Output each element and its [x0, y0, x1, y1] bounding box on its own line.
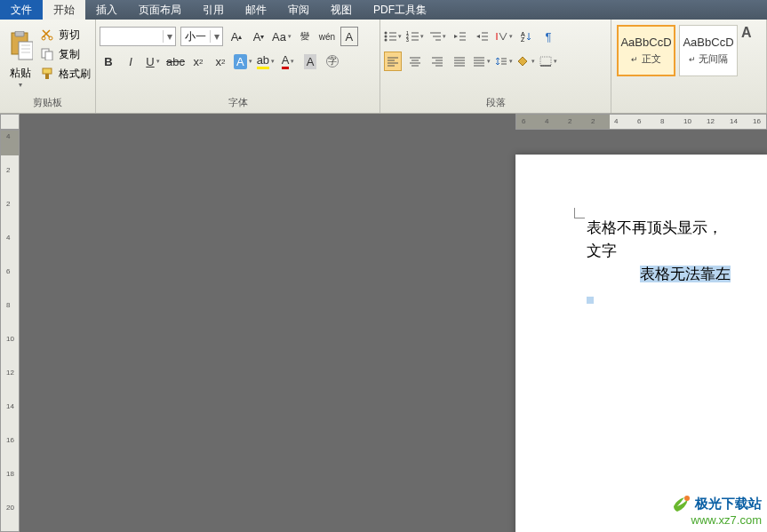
- cut-label: 剪切: [59, 28, 80, 43]
- style-no-spacing[interactable]: AaBbCcD ↵ 无间隔: [679, 25, 738, 76]
- group-paragraph: 123 AZ ¶ 段落: [380, 20, 611, 113]
- tab-view[interactable]: 视图: [320, 0, 363, 20]
- tab-layout[interactable]: 页面布局: [128, 0, 192, 20]
- svg-point-14: [385, 36, 387, 38]
- group-clipboard: 粘贴 ▾ 剪切 复制 格式刷 剪贴板: [0, 20, 96, 113]
- tab-file[interactable]: 文件: [0, 0, 43, 20]
- multilevel-button[interactable]: [428, 27, 446, 46]
- bold-button[interactable]: B: [100, 52, 117, 71]
- cut-button[interactable]: 剪切: [39, 27, 91, 43]
- document-area[interactable]: 表格不再顶头显示， 文字 表格无法靠左 极光下载站 www.xz7.com: [20, 130, 767, 532]
- highlight-button[interactable]: ab: [257, 52, 275, 71]
- svg-rect-9: [45, 52, 52, 60]
- doc-line-2: 文字: [587, 240, 767, 263]
- page[interactable]: 表格不再顶头显示， 文字 表格无法靠左: [515, 155, 767, 532]
- italic-button[interactable]: I: [122, 52, 140, 71]
- numbering-button[interactable]: 123: [406, 27, 424, 46]
- justify-button[interactable]: [451, 52, 468, 71]
- font-color-button[interactable]: A: [279, 52, 297, 71]
- workspace: 422468101214161820 表格不再顶头显示， 文字 表格无法靠左 极…: [0, 130, 767, 532]
- shrink-font-button[interactable]: A▾: [250, 27, 268, 46]
- phonetic-button[interactable]: 變: [296, 27, 314, 46]
- text-effects-button[interactable]: A: [234, 52, 252, 71]
- font-name-combo[interactable]: ▾: [100, 27, 176, 46]
- copy-button[interactable]: 复制: [39, 46, 91, 62]
- char-shading-button[interactable]: A: [301, 52, 319, 71]
- shading-button[interactable]: [517, 52, 535, 71]
- ruler-vertical[interactable]: 422468101214161820: [0, 130, 20, 532]
- indent-increase-button[interactable]: [473, 27, 491, 46]
- paste-label: 粘贴: [4, 66, 37, 81]
- distributed-button[interactable]: [473, 52, 491, 71]
- tab-home[interactable]: 开始: [43, 0, 85, 20]
- ruler-row: 642246810121416: [0, 114, 767, 130]
- copy-label: 复制: [59, 47, 80, 62]
- enclosed-char-button[interactable]: 字: [324, 52, 341, 71]
- tab-pdf[interactable]: PDF工具集: [363, 0, 437, 20]
- paste-icon: [4, 27, 37, 66]
- margin-corner-icon: [574, 208, 585, 218]
- strikethrough-button[interactable]: abc: [166, 52, 185, 71]
- align-right-button[interactable]: [428, 52, 446, 71]
- svg-point-16: [385, 39, 387, 42]
- ruler-horizontal[interactable]: 642246810121416: [515, 114, 767, 130]
- watermark-icon: [672, 494, 691, 513]
- format-painter-label: 格式刷: [59, 67, 91, 82]
- tab-references[interactable]: 引用: [192, 0, 235, 20]
- subscript-button[interactable]: x2: [189, 52, 207, 71]
- indent-decrease-button[interactable]: [451, 27, 468, 46]
- watermark: 极光下载站 www.xz7.com: [672, 494, 762, 527]
- text-direction-button[interactable]: [495, 27, 513, 46]
- grow-font-button[interactable]: A▴: [228, 27, 245, 46]
- group-font-label: 字体: [100, 94, 376, 113]
- font-size-combo[interactable]: 小一▾: [180, 27, 223, 46]
- doc-line-1: 表格不再顶头显示，: [587, 217, 767, 240]
- tab-insert[interactable]: 插入: [85, 0, 128, 20]
- doc-line-3: 表格无法靠左: [587, 263, 767, 286]
- bullets-button[interactable]: [384, 27, 402, 46]
- svg-point-12: [385, 32, 387, 35]
- format-painter-icon: [39, 66, 55, 82]
- format-painter-button[interactable]: 格式刷: [39, 66, 91, 82]
- svg-rect-2: [19, 42, 33, 60]
- change-case-button[interactable]: Aa: [272, 27, 292, 46]
- ruler-corner[interactable]: [0, 114, 20, 130]
- cut-icon: [39, 27, 55, 43]
- group-font: ▾ 小一▾ A▴ A▾ Aa 變 wén A B I U abc x2 x2 A…: [96, 20, 380, 113]
- borders-button[interactable]: [539, 52, 557, 71]
- sort-button[interactable]: AZ: [517, 27, 535, 46]
- group-clipboard-label: 剪贴板: [4, 94, 92, 113]
- copy-icon: [39, 46, 55, 62]
- tab-mail[interactable]: 邮件: [235, 0, 277, 20]
- align-left-button[interactable]: [384, 52, 402, 71]
- menu-bar: 文件 开始 插入 页面布局 引用 邮件 审阅 视图 PDF工具集: [0, 0, 767, 20]
- text-cursor: [587, 297, 594, 304]
- svg-point-61: [684, 496, 690, 501]
- svg-text:Z: Z: [521, 36, 525, 42]
- svg-rect-10: [43, 68, 52, 74]
- svg-text:3: 3: [406, 37, 409, 42]
- group-paragraph-label: 段落: [384, 94, 607, 113]
- show-marks-button[interactable]: ¶: [539, 27, 557, 46]
- svg-rect-59: [540, 57, 551, 66]
- paste-button[interactable]: 粘贴 ▾: [4, 21, 37, 89]
- tab-review[interactable]: 审阅: [277, 0, 320, 20]
- svg-rect-11: [45, 74, 49, 79]
- watermark-url: www.xz7.com: [672, 513, 762, 527]
- align-center-button[interactable]: [406, 52, 424, 71]
- underline-button[interactable]: U: [144, 52, 162, 71]
- ribbon: 粘贴 ▾ 剪切 复制 格式刷 剪贴板: [0, 20, 767, 114]
- watermark-title: 极光下载站: [695, 496, 762, 512]
- line-spacing-button[interactable]: [495, 52, 513, 71]
- svg-point-7: [49, 36, 52, 40]
- group-styles: AaBbCcD ↵ 正文 AaBbCcD ↵ 无间隔 A: [611, 20, 767, 113]
- superscript-button[interactable]: x2: [212, 52, 229, 71]
- svg-rect-1: [15, 31, 24, 36]
- style-more-icon: A: [741, 25, 748, 41]
- style-normal[interactable]: AaBbCcD ↵ 正文: [617, 25, 675, 76]
- char-border-button[interactable]: A: [340, 27, 358, 46]
- enclose-button[interactable]: wén: [318, 27, 336, 46]
